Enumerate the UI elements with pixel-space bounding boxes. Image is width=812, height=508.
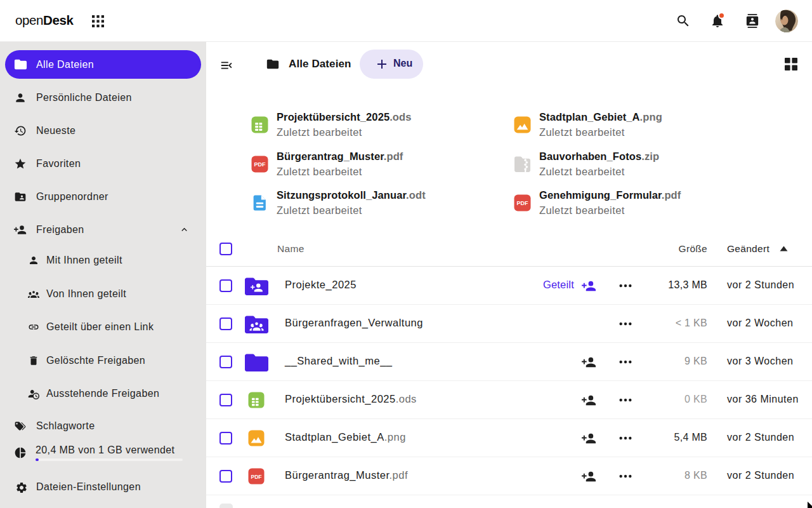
- column-header-name[interactable]: Name: [277, 243, 304, 255]
- row-checkbox[interactable]: [219, 470, 232, 483]
- zip-file-icon: [514, 156, 531, 173]
- sidebar-item-ausstehende-freigaben[interactable]: Ausstehende Freigaben: [5, 380, 201, 408]
- file-name[interactable]: Stadtplan_Gebiet_A.png: [285, 431, 406, 443]
- row-checkbox[interactable]: [219, 318, 232, 330]
- sidebar-item-gelöschte-freigaben[interactable]: Gelöschte Freigaben: [5, 346, 201, 375]
- recent-file-name: Bürgerantrag_Muster.pdf: [277, 150, 403, 163]
- file-modified: vor 2 Wochen: [727, 318, 793, 329]
- recent-file-status: Zuletzt bearbeitet: [539, 204, 625, 217]
- sort-ascending-icon[interactable]: [780, 246, 788, 251]
- share-icon[interactable]: [582, 393, 596, 408]
- sidebar-item-gruppenordner[interactable]: Gruppenordner: [5, 182, 201, 211]
- sidebar-item-label: Persönliche Dateien: [36, 92, 132, 104]
- sidebar-item-geteilt-über-einen-link[interactable]: Geteilt über einen Link: [5, 313, 201, 342]
- recent-file-3[interactable]: Bauvorhaben_Fotos.zipZuletzt bearbeitet: [514, 151, 755, 180]
- file-modified: vor 36 Minuten: [727, 394, 799, 405]
- table-row[interactable]: __Shared_with_me__9 KBvor 3 Wochen: [206, 343, 812, 381]
- file-name[interactable]: Projektübersicht_2025.ods: [285, 393, 417, 405]
- notification-badge: [718, 12, 725, 19]
- recent-file-4[interactable]: Sitzungsprotokoll_Januar.odtZuletzt bear…: [251, 190, 492, 219]
- partial-row-checkbox[interactable]: [219, 504, 233, 508]
- star-icon: [14, 157, 27, 170]
- share-icon[interactable]: [582, 279, 596, 293]
- file-modified: vor 2 Stunden: [727, 279, 794, 291]
- share-icon[interactable]: [582, 355, 596, 370]
- opendesk-logo[interactable]: openDesk: [15, 13, 73, 28]
- recent-file-status: Zuletzt bearbeitet: [277, 126, 362, 138]
- account-plus-icon: [14, 224, 27, 236]
- new-button[interactable]: Neu: [360, 50, 423, 79]
- person-icon: [28, 255, 39, 266]
- link-icon: [28, 321, 39, 333]
- table-row[interactable]: PDFBürgerantrag_Muster.pdf8 KBvor 2 Stun…: [206, 457, 812, 495]
- recent-file-name: Genehmigung_Formular.pdf: [539, 189, 681, 201]
- sidebar-item-favoriten[interactable]: Favoriten: [5, 149, 201, 178]
- file-size: 13,3 MB: [612, 279, 707, 291]
- share-icon[interactable]: [582, 431, 596, 446]
- sidebar-item-freigaben[interactable]: Freigaben: [5, 215, 201, 244]
- app-grid-icon[interactable]: [92, 15, 104, 27]
- sidebar-item-settings[interactable]: Dateien-Einstellungen: [0, 474, 206, 502]
- grid-view-toggle-icon[interactable]: [785, 58, 797, 70]
- user-avatar[interactable]: [775, 10, 798, 32]
- collapse-sidebar-icon[interactable]: [219, 58, 233, 72]
- folder-group-icon: [242, 305, 271, 343]
- row-checkbox[interactable]: [219, 432, 232, 444]
- top-bar: openDesk: [0, 0, 812, 42]
- sidebar-item-label: Neueste: [36, 125, 75, 137]
- recent-file-0[interactable]: Projektübersicht_2025.odsZuletzt bearbei…: [251, 112, 492, 141]
- quota-progressbar: [36, 458, 183, 461]
- file-modified: vor 2 Stunden: [727, 470, 794, 481]
- breadcrumb-folder-icon: [266, 57, 280, 71]
- column-header-size[interactable]: Größe: [625, 243, 707, 255]
- file-name[interactable]: __Shared_with_me__: [285, 355, 393, 367]
- sidebar-item-mit-ihnen-geteilt[interactable]: Mit Ihnen geteilt: [5, 246, 201, 275]
- file-name[interactable]: Projekte_2025: [285, 279, 357, 291]
- table-row[interactable]: Projekte_2025Geteilt13,3 MBvor 2 Stunden: [206, 267, 812, 305]
- recent-file-5[interactable]: PDFGenehmigung_Formular.pdfZuletzt bearb…: [514, 190, 755, 219]
- history-icon: [14, 124, 27, 137]
- recent-file-name: Sitzungsprotokoll_Januar.odt: [277, 189, 426, 201]
- quota-section[interactable]: 20,4 MB von 1 GB verwendet: [0, 444, 206, 464]
- search-icon[interactable]: [676, 13, 691, 29]
- svg-text:PDF: PDF: [254, 161, 266, 168]
- file-name[interactable]: Bürgerantrag_Muster.pdf: [285, 469, 408, 481]
- notifications-bell-icon[interactable]: [710, 13, 725, 29]
- table-row[interactable]: Stadtplan_Gebiet_A.png5,4 MBvor 2 Stunde…: [206, 419, 812, 457]
- file-modified: vor 2 Stunden: [727, 432, 794, 443]
- sidebar-item-persönliche-dateien[interactable]: Persönliche Dateien: [5, 83, 201, 112]
- file-size: 0 KB: [612, 394, 707, 405]
- table-header: Name Größe Geändert: [206, 234, 812, 267]
- account-clock-icon: [28, 388, 39, 399]
- recent-file-1[interactable]: Stadtplan_Gebiet_A.pngZuletzt bearbeitet: [514, 112, 755, 141]
- trash-icon: [28, 355, 39, 366]
- file-size: 5,4 MB: [612, 432, 707, 443]
- svg-text:PDF: PDF: [517, 200, 528, 206]
- column-header-modified[interactable]: Geändert: [727, 243, 769, 255]
- share-icon[interactable]: [582, 469, 596, 484]
- select-all-checkbox[interactable]: [219, 243, 232, 255]
- new-button-label: Neu: [393, 58, 412, 69]
- table-row[interactable]: Bürgeranfragen_Verwaltung< 1 KBvor 2 Woc…: [206, 305, 812, 343]
- sidebar-item-neueste[interactable]: Neueste: [5, 116, 201, 145]
- breadcrumb[interactable]: Alle Dateien: [289, 58, 351, 70]
- sidebar-item-alle-dateien[interactable]: Alle Dateien: [5, 50, 201, 79]
- row-checkbox[interactable]: [219, 279, 232, 292]
- file-name[interactable]: Bürgeranfragen_Verwaltung: [285, 317, 423, 329]
- sidebar-item-label: Favoriten: [36, 158, 81, 170]
- odt-file-icon: [251, 194, 268, 211]
- sidebar-item-von-ihnen-geteilt[interactable]: Von Ihnen geteilt: [5, 279, 201, 308]
- shared-status-link[interactable]: Geteilt: [479, 279, 574, 291]
- folder-icon: [13, 57, 28, 72]
- row-checkbox[interactable]: [219, 394, 232, 406]
- gear-icon: [15, 481, 28, 494]
- row-checkbox[interactable]: [219, 356, 232, 368]
- contacts-icon[interactable]: [745, 14, 759, 28]
- settings-label: Dateien-Einstellungen: [36, 481, 141, 493]
- recent-file-2[interactable]: PDFBürgerantrag_Muster.pdfZuletzt bearbe…: [251, 151, 492, 180]
- sidebar-item-schlagworte[interactable]: Schlagworte: [5, 412, 201, 441]
- pie-chart-icon: [14, 446, 27, 459]
- file-size: 9 KB: [612, 356, 707, 367]
- chevron-up-icon[interactable]: [179, 224, 190, 235]
- table-row[interactable]: Projektübersicht_2025.ods0 KBvor 36 Minu…: [206, 381, 812, 419]
